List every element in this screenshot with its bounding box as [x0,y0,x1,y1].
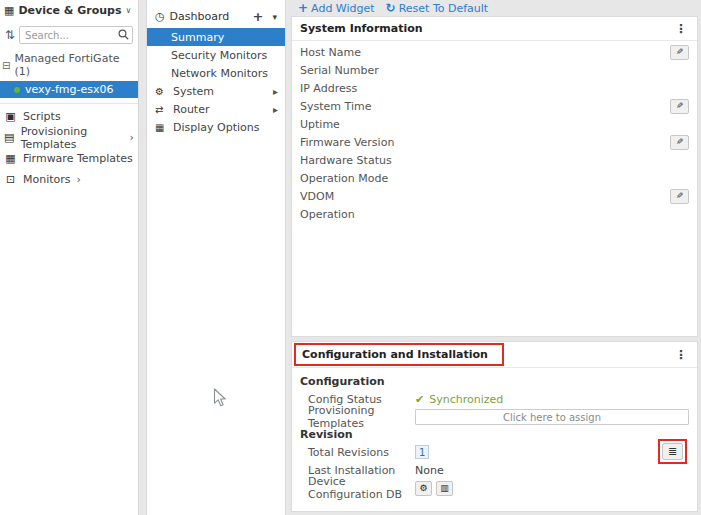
status-text: Synchronized [429,393,503,406]
menu-item-label: Router [173,103,273,116]
edit-system-time-button[interactable]: ✎ [670,99,689,114]
sidebar-item-label: Provisioning Templates [21,125,124,151]
config-db-gear-icon: ⚙ [419,483,427,493]
edit-firmware-button[interactable]: ✎ [670,135,689,150]
plus-icon: + [298,1,308,15]
menu-item-label: System [173,85,273,98]
info-row-hardware-status: Hardware Status [292,151,697,169]
assign-template-button[interactable]: Click here to assign [415,409,689,425]
device-groups-icon: ▦ [4,4,14,17]
provisioning-templates-icon: ▤ [4,131,15,144]
info-row-vdom: VDOM ✎ [292,187,697,205]
revision-history-button[interactable]: ≣ [662,443,683,460]
sort-icon[interactable]: ⇅ [5,28,15,42]
gear-icon: ⚙ [155,86,170,97]
total-revisions-row: Total Revisions 1 ≣ [300,443,689,461]
diff-config-db-button[interactable]: ▥ [436,481,453,496]
field-label: IP Address [300,82,689,95]
field-label: Operation [300,208,689,221]
field-label: Device Configuration DB [308,475,415,501]
edit-vdom-button[interactable]: ✎ [670,189,689,204]
menu-item-system[interactable]: ⚙ System ▸ [147,82,285,100]
dashboard-caret-icon[interactable]: ▾ [272,12,277,22]
pencil-icon: ✎ [676,102,684,111]
menu-item-network-monitors[interactable]: Network Monitors [147,64,285,82]
refresh-icon: ↻ [386,1,396,15]
expand-arrow-icon: › [130,131,134,144]
search-box [19,26,133,44]
device-status-dot [14,87,20,93]
menu-item-display-options[interactable]: ▦ Display Options [147,118,285,136]
add-widget-button[interactable]: + Add Widget [298,1,375,15]
field-label: System Time [300,100,670,113]
total-revisions-badge[interactable]: 1 [415,445,429,459]
panel-menu-icon[interactable]: ⋮ [675,349,687,361]
field-label: Uptime [300,118,689,131]
router-icon: ⇄ [155,104,170,115]
sidebar-title-bar[interactable]: ▦ Device & Groups ∨ [0,0,138,19]
display-options-icon: ▦ [155,122,170,133]
sidebar-item-label: Monitors [23,173,71,186]
info-row-ip-address: IP Address [292,79,697,97]
field-label: Host Name [300,46,670,59]
reset-to-default-button[interactable]: ↻ Reset To Default [386,1,489,15]
sidebar-item-monitors[interactable]: ⊡ Monitors › [0,169,138,190]
info-row-operation: Operation [292,205,697,223]
chevron-down-icon: ∨ [125,6,131,15]
menu-item-label: Summary [171,31,224,44]
panel-title: System Information [300,22,423,35]
info-row-host-name: Host Name ✎ [292,43,697,61]
search-icon [118,29,129,40]
edit-host-name-button[interactable]: ✎ [670,45,689,60]
caret-right-icon: ▸ [273,86,278,97]
info-row-firmware-version: Firmware Version ✎ [292,133,697,151]
configuration-installation-panel: Configuration and Installation ⋮ Configu… [291,341,698,512]
sidebar-divider [0,103,138,104]
device-config-db-row: Device Configuration DB ⚙ ▥ [300,479,689,497]
monitors-icon: ⊡ [4,173,17,186]
dashboard-menu-header: ◷ Dashboard + ▾ [147,0,285,28]
edit-config-db-button[interactable]: ⚙ [415,481,432,496]
menu-item-security-monitors[interactable]: Security Monitors [147,46,285,64]
last-installation-value: None [415,464,444,477]
field-label: Provisioning Templates [308,404,415,430]
sidebar-item-label: Firmware Templates [23,152,133,165]
config-db-diff-icon: ▥ [440,483,449,493]
collapse-icon[interactable]: ⊟ [2,60,10,71]
info-row-serial-number: Serial Number [292,61,697,79]
pencil-icon: ✎ [676,138,684,147]
system-information-panel: System Information ⋮ Host Name ✎ Serial … [291,16,698,337]
info-row-operation-mode: Operation Mode [292,169,697,187]
sidebar-item-provisioning-templates[interactable]: ▤ Provisioning Templates › [0,127,138,148]
sidebar-item-firmware-templates[interactable]: ▦ Firmware Templates [0,148,138,169]
sidebar-title: Device & Groups [18,4,121,17]
field-label: Firmware Version [300,136,670,149]
pencil-icon: ✎ [676,192,684,201]
add-widget-label: Add Widget [311,2,375,15]
field-label: Total Revisions [308,446,415,459]
menu-item-label: Security Monitors [171,49,267,62]
info-row-uptime: Uptime [292,115,697,133]
check-icon: ✔ [415,393,424,406]
panel-menu-icon[interactable]: ⋮ [675,23,687,35]
config-status-value: ✔ Synchronized [415,393,503,406]
menu-item-label: Display Options [173,121,278,134]
tree-group-label: Managed FortiGate (1) [14,52,136,78]
provisioning-templates-row: Provisioning Templates Click here to ass… [300,408,689,426]
scripts-icon: ▣ [4,110,17,123]
dashboard-title: Dashboard [170,10,253,23]
widget-toolbar: + Add Widget ↻ Reset To Default [291,0,488,16]
caret-right-icon: ▸ [273,104,278,115]
field-label: Operation Mode [300,172,689,185]
section-header-configuration: Configuration [300,373,689,390]
menu-item-router[interactable]: ⇄ Router ▸ [147,100,285,118]
reset-label: Reset To Default [399,2,489,15]
dashboard-menu: ◷ Dashboard + ▾ Summary Security Monitor… [146,0,286,515]
pencil-icon: ✎ [676,48,684,57]
menu-item-summary[interactable]: Summary [147,28,285,46]
tree-group-managed-fortigate[interactable]: ⊟ Managed FortiGate (1) [0,48,138,81]
search-input[interactable] [19,26,133,44]
add-dashboard-button[interactable]: + [253,9,264,24]
tree-device-row[interactable]: vexy-fmg-esx06 [0,81,138,98]
field-label: Serial Number [300,64,689,77]
